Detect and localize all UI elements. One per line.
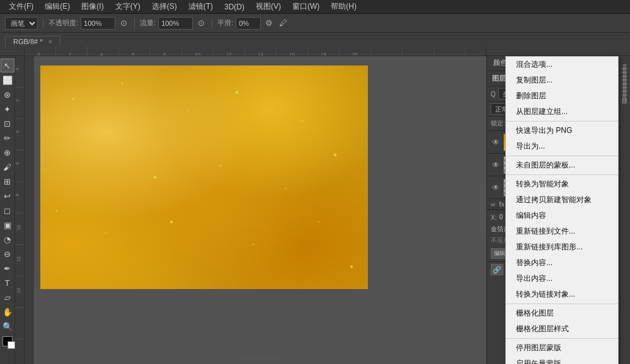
filter-label: Q [491, 91, 496, 98]
opacity-icon[interactable]: ⊙ [118, 18, 129, 29]
vertical-scrollbar[interactable] [479, 185, 484, 236]
far-right-path[interactable]: 路径 [621, 93, 629, 95]
ctx-item-23[interactable]: 启用矢量蒙版 [506, 356, 618, 364]
menu-image[interactable]: 图像(I) [76, 0, 108, 13]
settings-icon[interactable]: ⚙ [263, 18, 275, 29]
tool-dodge[interactable]: ⊖ [1, 247, 14, 261]
tool-history-brush[interactable]: ↩ [1, 189, 14, 203]
ctx-item-14[interactable]: 重新链接到库图形... [506, 239, 618, 255]
tool-lasso[interactable]: ⊛ [1, 88, 14, 101]
brush-settings-icon[interactable]: 🖊 [277, 18, 289, 29]
tab-close-button[interactable]: × [49, 38, 52, 45]
tool-eyedropper[interactable]: ✏ [1, 131, 14, 145]
left-toolbar: ↖ ⬜ ⊛ ✦ ⊡ ✏ ⊕ 🖌 ⊞ ↩ ◻ ▣ ◔ ⊖ ✒ T ▱ ✋ 🔍 [0, 56, 15, 364]
ctx-divider-9 [506, 174, 618, 175]
context-menu: 混合选项...复制图层...删除图层从图层建立组...快速导出为 PNG导出为.… [505, 56, 619, 364]
ctx-item-22[interactable]: 停用图层蒙版 [506, 340, 618, 356]
tool-zoom[interactable]: 🔍 [1, 319, 14, 333]
ctx-item-15[interactable]: 替换内容... [506, 255, 618, 271]
ruler-vertical: 0 2 4 6 8 10 12 14 [15, 56, 25, 364]
menu-filter[interactable]: 滤镜(T) [183, 0, 218, 13]
ctx-item-8[interactable]: 未自图层的蒙板... [506, 157, 618, 173]
menu-window[interactable]: 窗口(W) [287, 0, 324, 13]
tool-gradient[interactable]: ▣ [1, 218, 14, 232]
tool-text[interactable]: T [1, 276, 14, 290]
tool-move[interactable]: ↖ [1, 59, 14, 72]
flat-input[interactable] [236, 17, 261, 30]
ctx-item-11[interactable]: 通过拷贝新建智能对象 [506, 192, 618, 208]
noise-overlay [40, 65, 368, 289]
menu-text[interactable]: 文字(Y) [110, 0, 146, 13]
menu-select[interactable]: 选择(S) [147, 0, 182, 13]
ctx-item-6[interactable]: 导出为... [506, 139, 618, 154]
tool-brush[interactable]: 🖌 [1, 160, 14, 174]
ctx-item-17[interactable]: 转换为链接对象... [506, 287, 618, 302]
brush-preset-select[interactable]: 画笔 [5, 17, 38, 30]
ctx-item-16[interactable]: 导出内容... [506, 271, 618, 287]
menu-bar: 文件(F) 编辑(E) 图像(I) 文字(Y) 选择(S) 滤镜(T) 3D(D… [0, 0, 630, 14]
tab-name: RGB/8# [13, 38, 38, 45]
ctx-divider-4 [506, 121, 618, 122]
tool-marquee[interactable]: ⬜ [1, 73, 14, 87]
x-label: X: [491, 214, 496, 221]
link-layers-button[interactable]: 🔗 [491, 264, 503, 275]
ctx-divider-7 [506, 156, 618, 156]
fx-icon[interactable]: fx [499, 200, 505, 208]
tool-shape[interactable]: ▱ [1, 290, 14, 304]
ctx-item-2[interactable]: 删除图层 [506, 88, 618, 104]
tab-marker: * [40, 38, 42, 45]
menu-help[interactable]: 帮助(H) [326, 0, 362, 13]
opacity-input[interactable] [81, 17, 115, 30]
far-right-tool-7[interactable]: 工具 [621, 81, 629, 84]
far-right-tool-4[interactable]: 工具 [621, 70, 629, 72]
layer-eye-0[interactable]: 👁 [491, 137, 501, 147]
menu-file[interactable]: 文件(F) [4, 0, 38, 13]
ctx-item-13[interactable]: 重新链接到文件... [506, 224, 618, 239]
horizontal-scrollbar[interactable] [235, 356, 285, 361]
fx-spacer: ∞ [491, 201, 495, 208]
flow-icon[interactable]: ⊙ [195, 18, 207, 29]
ctx-item-19[interactable]: 栅格化图层 [506, 305, 618, 321]
tool-eraser[interactable]: ◻ [1, 203, 14, 217]
far-right-tool-3[interactable]: 工具 [621, 66, 629, 69]
toolbar-divider-1 [43, 18, 43, 29]
far-right-panel: 工具 工具 工具 工具 工具 工具 工具 工具 工具 路径 [619, 56, 630, 364]
canvas-area[interactable] [34, 56, 486, 364]
color-swatches [3, 336, 13, 346]
ctx-item-1[interactable]: 复制图层... [506, 72, 618, 88]
foreground-color[interactable] [3, 336, 13, 346]
tool-crop[interactable]: ⊡ [1, 117, 14, 130]
layer-eye-1[interactable]: 👁 [491, 160, 501, 170]
menu-edit[interactable]: 编辑(E) [40, 0, 75, 13]
ctx-item-20[interactable]: 栅格化图层样式 [506, 321, 618, 337]
toolbar-divider-3 [212, 18, 212, 29]
ruler-horizontal: // ruler ticks drawn via CSS background … [25, 47, 486, 56]
far-right-tool-6[interactable]: 工具 [621, 77, 629, 80]
menu-view[interactable]: 视图(V) [251, 0, 286, 13]
far-right-tool-5[interactable]: 工具 [621, 74, 629, 76]
ctx-divider-18 [506, 304, 618, 304]
tool-stamp[interactable]: ⊞ [1, 174, 14, 188]
ctx-item-12[interactable]: 编辑内容 [506, 208, 618, 224]
tool-heal[interactable]: ⊕ [1, 145, 14, 159]
far-right-tool-9[interactable]: 工具 [621, 89, 629, 91]
ctx-item-10[interactable]: 转换为智能对象 [506, 176, 618, 192]
ctx-item-0[interactable]: 混合选项... [506, 57, 618, 72]
far-right-tool-2[interactable]: 工具 [621, 62, 629, 65]
far-right-tool-8[interactable]: 工具 [621, 85, 629, 88]
tool-hand[interactable]: ✋ [1, 305, 14, 319]
far-right-tool-1[interactable]: 工具 [621, 59, 629, 61]
toolbar: 画笔 不透明度: ⊙ 流量: ⊙ 平滑: ⚙ 🖊 [0, 14, 630, 33]
layer-eye-2[interactable]: 👁 [491, 183, 501, 193]
menu-3d[interactable]: 3D(D) [219, 1, 249, 13]
tool-pen[interactable]: ✒ [1, 261, 14, 275]
ctx-item-5[interactable]: 快速导出为 PNG [506, 123, 618, 139]
flow-input[interactable] [158, 17, 193, 30]
toolbar-tool-options: 画笔 不透明度: ⊙ 流量: ⊙ 平滑: ⚙ 🖊 [5, 17, 289, 30]
document-tab[interactable]: RGB/8# * × [5, 36, 60, 47]
tool-blur[interactable]: ◔ [1, 232, 14, 246]
ctx-item-3[interactable]: 从图层建立组... [506, 104, 618, 120]
tool-magic-wand[interactable]: ✦ [1, 102, 14, 116]
background-color[interactable] [8, 341, 15, 349]
main-layout: ↖ ⬜ ⊛ ✦ ⊡ ✏ ⊕ 🖌 ⊞ ↩ ◻ ▣ ◔ ⊖ ✒ T ▱ ✋ 🔍 0 … [0, 56, 630, 364]
